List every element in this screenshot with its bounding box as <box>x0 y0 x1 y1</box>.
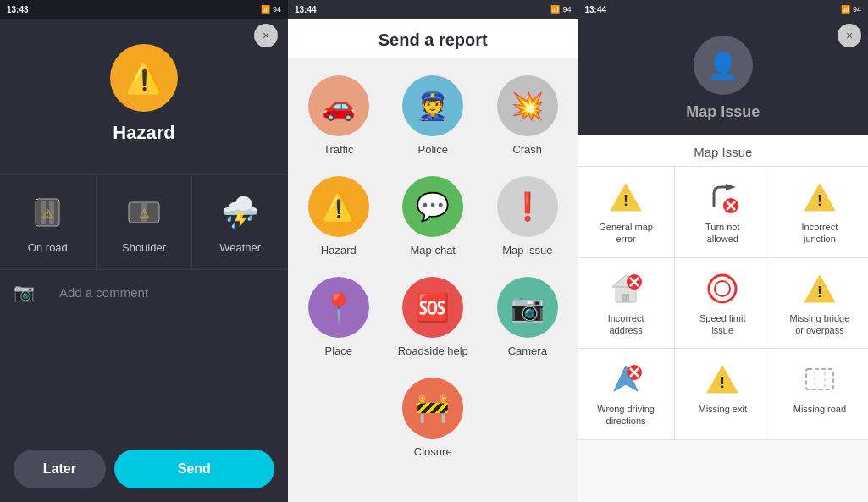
status-bar-3: 13:44 📶 94 <box>578 0 869 19</box>
wifi-icon: 📶 <box>261 5 270 14</box>
general-map-error-icon: ! <box>607 179 644 216</box>
report-item-mapchat[interactable]: 💬 Map chat <box>386 166 481 267</box>
issue-missing-road[interactable]: Missing road <box>771 349 868 440</box>
svg-rect-31 <box>806 369 833 389</box>
issue-missing-exit[interactable]: ! Missing exit <box>675 349 771 440</box>
closure-icon: 🚧 <box>402 378 463 439</box>
time-2: 13:44 <box>295 5 317 14</box>
roadside-icon: 🆘 <box>402 277 463 338</box>
report-item-place[interactable]: 📍 Place <box>291 267 386 367</box>
comment-area: 📷 Add a comment <box>0 269 288 314</box>
mapissue-icon: ❗ <box>497 176 558 237</box>
on-road-icon: ⚠ <box>25 190 69 234</box>
time-1: 13:43 <box>7 5 29 14</box>
hazard-icon: ⚠️ <box>110 44 178 112</box>
report-title: Send a report <box>288 19 578 58</box>
sub-option-weather[interactable]: ⛈️ Weather <box>192 175 288 269</box>
divider-v <box>47 280 47 304</box>
wifi-icon-2: 📶 <box>550 5 560 14</box>
report-item-camera[interactable]: 📷 Camera <box>480 267 575 367</box>
status-icons-2: 📶 94 <box>550 5 571 14</box>
report-item-police[interactable]: 👮 Police <box>386 65 481 166</box>
incorrect-address-label: Incorrectaddress <box>608 312 644 337</box>
send-button[interactable]: Send <box>114 450 274 488</box>
crash-icon: 💥 <box>497 75 558 136</box>
report-item-traffic[interactable]: 🚗 Traffic <box>291 65 386 166</box>
wrong-driving-label: Wrong drivingdirections <box>597 403 655 428</box>
svg-rect-17 <box>622 294 629 302</box>
issue-incorrect-junction[interactable]: ! Incorrectjunction <box>771 167 868 258</box>
shoulder-icon: ⚠ <box>122 190 166 234</box>
issue-wrong-driving[interactable]: Wrong drivingdirections <box>578 349 675 440</box>
mapchat-icon: 💬 <box>402 176 463 237</box>
issue-general-map-error[interactable]: ! General maperror <box>578 167 675 258</box>
mapchat-label: Map chat <box>411 244 456 257</box>
later-button[interactable]: Later <box>14 450 106 488</box>
roadside-label: Roadside help <box>398 345 468 357</box>
missing-bridge-icon: ! <box>801 270 838 307</box>
weather-icon: ⛈️ <box>218 190 263 234</box>
missing-exit-label: Missing exit <box>699 403 747 415</box>
close-button-3[interactable]: × <box>838 24 861 47</box>
place-label: Place <box>324 345 352 357</box>
wrong-driving-icon <box>607 361 644 398</box>
sub-option-on-road[interactable]: ⚠ On road <box>0 175 97 269</box>
hazard-report-icon: ⚠️ <box>308 176 369 237</box>
comment-placeholder[interactable]: Add a comment <box>59 285 148 300</box>
shoulder-label: Shoulder <box>122 241 166 254</box>
camera-report-icon: 📷 <box>497 277 558 338</box>
svg-point-21 <box>709 275 736 302</box>
svg-text:⚠: ⚠ <box>42 207 53 220</box>
closure-label: Closure <box>414 445 452 458</box>
svg-text:!: ! <box>623 192 628 209</box>
issue-missing-bridge[interactable]: ! Missing bridgeor overpass <box>771 258 868 350</box>
report-item-crash[interactable]: 💥 Crash <box>480 65 575 166</box>
general-map-error-label: General maperror <box>599 221 653 245</box>
svg-marker-9 <box>726 184 736 190</box>
svg-text:!: ! <box>817 192 822 209</box>
place-icon: 📍 <box>308 277 369 338</box>
turn-not-allowed-icon <box>704 179 741 216</box>
battery-icon-2: 94 <box>562 5 571 14</box>
camera-icon[interactable]: 📷 <box>14 282 35 302</box>
issue-turn-not-allowed[interactable]: Turn notallowed <box>675 167 771 258</box>
report-panel: 13:44 📶 94 Send a report 🚗 Traffic 👮 Pol… <box>288 0 578 502</box>
issue-incorrect-address[interactable]: Incorrectaddress <box>578 258 675 350</box>
traffic-label: Traffic <box>323 143 353 156</box>
missing-road-label: Missing road <box>793 403 846 415</box>
battery-icon-3: 94 <box>853 5 861 14</box>
report-item-roadside[interactable]: 🆘 Roadside help <box>386 267 481 367</box>
report-item-mapissue[interactable]: ❗ Map issue <box>480 166 575 267</box>
svg-point-22 <box>715 281 730 296</box>
hazard-title: Hazard <box>113 122 174 144</box>
action-buttons: Later Send <box>0 436 288 502</box>
status-icons-1: 📶 94 <box>261 5 281 14</box>
report-item-hazard[interactable]: ⚠️ Hazard <box>291 166 386 267</box>
battery-icon: 94 <box>273 5 281 14</box>
issue-speed-limit[interactable]: Speed limitissue <box>675 258 771 350</box>
police-icon: 👮 <box>402 75 463 136</box>
issue-grid: ! General maperror Turn notallowed <box>578 167 869 440</box>
incorrect-junction-label: Incorrectjunction <box>802 221 838 245</box>
mapissue-label: Map issue <box>502 244 552 257</box>
crash-label: Crash <box>512 143 542 156</box>
report-item-closure[interactable]: 🚧 Closure <box>386 367 481 468</box>
speed-limit-label: Speed limitissue <box>699 312 745 337</box>
status-bar-2: 13:44 📶 94 <box>288 0 578 19</box>
svg-text:⚠: ⚠ <box>139 207 150 220</box>
map-issue-header: 👤 Map Issue × <box>578 19 869 135</box>
hazard-icon-area: ⚠️ Hazard <box>0 19 288 174</box>
svg-text:!: ! <box>720 374 725 391</box>
close-button-1[interactable]: × <box>254 24 278 47</box>
hazard-panel: 13:43 📶 94 × ⚠️ Hazard ⚠ On road <box>0 0 288 502</box>
wifi-icon-3: 📶 <box>841 5 850 14</box>
time-3: 13:44 <box>585 5 607 14</box>
map-issue-header-title: Map Issue <box>686 103 760 121</box>
sub-option-shoulder[interactable]: ⚠ Shoulder <box>97 175 193 269</box>
on-road-label: On road <box>28 241 68 254</box>
incorrect-address-icon <box>607 270 644 307</box>
missing-road-icon <box>801 361 838 398</box>
svg-text:!: ! <box>817 284 822 301</box>
missing-bridge-label: Missing bridgeor overpass <box>789 312 849 337</box>
missing-exit-icon: ! <box>704 361 741 398</box>
